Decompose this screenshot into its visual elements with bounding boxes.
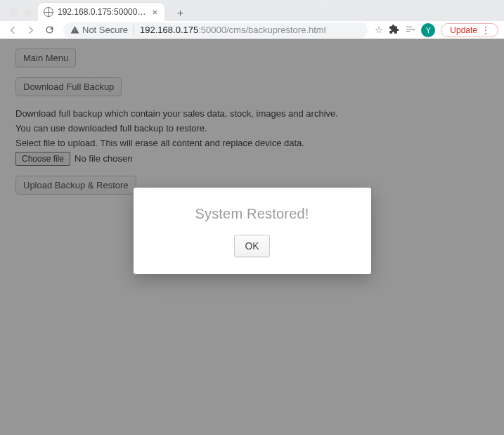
- tab-title: 192.168.0.175:50000/cms/bac: [58, 7, 146, 17]
- browser-tab[interactable]: 192.168.0.175:50000/cms/bac ×: [38, 3, 164, 21]
- modal-title: System Restored!: [148, 206, 357, 222]
- restore-modal: System Restored! OK: [134, 188, 371, 274]
- back-button[interactable]: [6, 23, 20, 37]
- reload-button[interactable]: [42, 23, 56, 37]
- page-content: Main Menu Download Full Backup Download …: [0, 39, 504, 435]
- security-chip[interactable]: Not Secure: [70, 25, 128, 35]
- update-label: Update: [450, 25, 477, 35]
- traffic-min[interactable]: [24, 8, 32, 17]
- modal-overlay[interactable]: System Restored! OK: [0, 39, 504, 435]
- reading-list-icon[interactable]: [405, 24, 415, 37]
- toolbar-right: ☆ Y Update ⋮: [375, 23, 498, 37]
- url-text: 192.168.0.175:50000/cms/backuprestore.ht…: [140, 25, 326, 35]
- modal-ok-button[interactable]: OK: [234, 235, 269, 257]
- url-path: :50000/cms/backuprestore.html: [198, 25, 325, 35]
- update-button[interactable]: Update ⋮: [441, 23, 498, 37]
- bookmark-star-icon[interactable]: ☆: [375, 25, 383, 35]
- tab-close-icon[interactable]: ×: [150, 8, 159, 17]
- globe-icon: [44, 7, 53, 17]
- new-tab-button[interactable]: ＋: [172, 4, 188, 21]
- url-host: 192.168.0.175: [140, 25, 198, 35]
- forward-button[interactable]: [24, 23, 38, 37]
- address-bar[interactable]: Not Secure 192.168.0.175:50000/cms/backu…: [63, 22, 368, 38]
- warning-icon: [70, 25, 79, 34]
- extensions-icon[interactable]: [389, 24, 399, 37]
- browser-chrome: 192.168.0.175:50000/cms/bac × ＋ Not Secu…: [0, 0, 504, 39]
- browser-toolbar: Not Secure 192.168.0.175:50000/cms/backu…: [0, 21, 504, 39]
- profile-avatar[interactable]: Y: [421, 23, 435, 37]
- tab-strip: 192.168.0.175:50000/cms/bac × ＋: [38, 3, 188, 21]
- menu-dots-icon: ⋮: [482, 25, 491, 35]
- omnibox-separator: [134, 25, 134, 35]
- not-secure-label: Not Secure: [82, 25, 128, 35]
- avatar-initial: Y: [426, 26, 431, 34]
- traffic-close[interactable]: [10, 8, 18, 17]
